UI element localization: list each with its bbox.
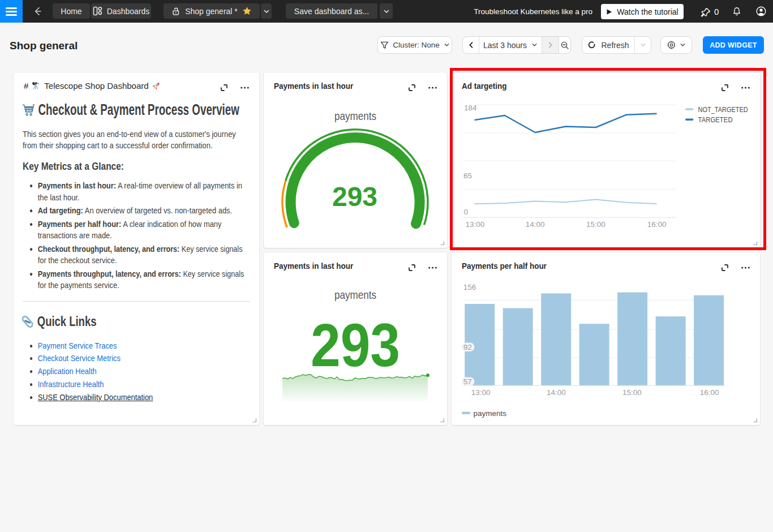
svg-text:65: 65	[463, 171, 472, 180]
svg-text:TARGETED: TARGETED	[698, 115, 733, 124]
svg-text:57: 57	[463, 377, 472, 386]
svg-text:293: 293	[311, 311, 400, 379]
svg-text:293: 293	[332, 182, 377, 212]
svg-text:NOT_TARGETED: NOT_TARGETED	[698, 105, 748, 114]
svg-text:14:00: 14:00	[526, 220, 545, 229]
svg-text:184: 184	[464, 104, 477, 112]
svg-text:15:00: 15:00	[586, 220, 605, 229]
svg-text:13:00: 13:00	[471, 388, 491, 397]
svg-text:payments: payments	[334, 109, 376, 122]
svg-text:15:00: 15:00	[622, 388, 642, 397]
svg-text:156: 156	[463, 283, 476, 291]
svg-text:0: 0	[464, 208, 469, 216]
svg-text:16:00: 16:00	[647, 220, 667, 229]
svg-text:16:00: 16:00	[700, 388, 719, 397]
svg-text:92: 92	[463, 343, 472, 351]
svg-text:payments: payments	[473, 409, 506, 418]
svg-text:14:00: 14:00	[547, 388, 566, 397]
svg-text:13:00: 13:00	[465, 220, 484, 229]
svg-text:payments: payments	[334, 288, 376, 301]
